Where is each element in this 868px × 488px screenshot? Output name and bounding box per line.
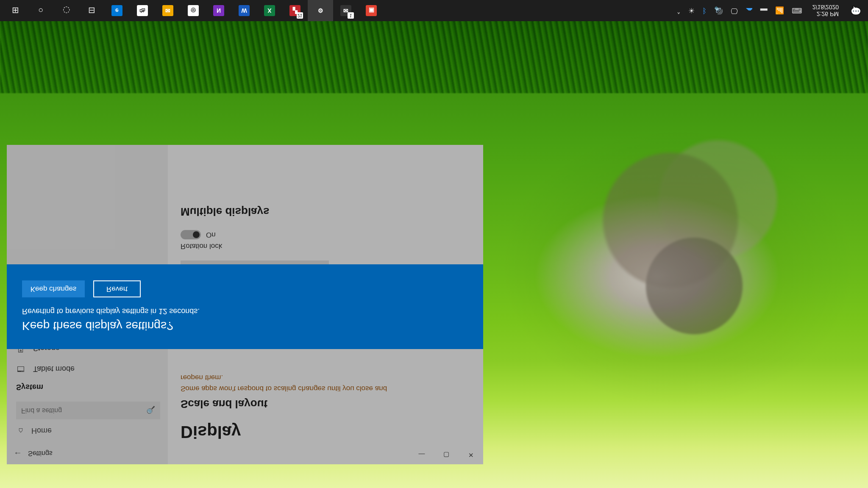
search-icon: 🔍 <box>146 405 155 414</box>
keep-changes-button[interactable]: Keep changes <box>22 281 85 298</box>
keep-settings-dialog: Keep these display settings? Reverting t… <box>7 264 483 349</box>
taskbar-app-mail[interactable]: ✉ <box>155 0 181 21</box>
desktop: ← Settings ⌂ Home 🔍 System 🗔 Tablet mode… <box>0 0 868 488</box>
settings-window: ← Settings ⌂ Home 🔍 System 🗔 Tablet mode… <box>7 145 483 464</box>
clock-date: 2/18/2020 <box>812 4 839 11</box>
dialog-message: Reverting to previous display settings i… <box>22 307 468 316</box>
cortana-button[interactable]: ◌ <box>53 0 79 21</box>
sidebar-heading-system: System <box>7 379 168 396</box>
back-button[interactable]: ← <box>14 449 22 458</box>
window-close[interactable]: ✕ <box>459 446 483 464</box>
tray-wifi-icon[interactable]: 📶 <box>775 6 784 15</box>
tray-weather-icon[interactable]: ☀ <box>688 6 695 15</box>
start-button[interactable]: ⊞ <box>3 0 28 21</box>
pdf-badge: 21 <box>297 12 303 19</box>
tray-chevron-icon[interactable]: ˄ <box>677 6 681 15</box>
home-icon: ⌂ <box>16 426 25 435</box>
taskbar-app-excel[interactable]: X <box>257 0 282 21</box>
rotation-lock-label: Rotation lock <box>181 242 458 250</box>
tray-bluetooth-icon[interactable]: ᛒ <box>702 6 707 15</box>
search-input[interactable] <box>16 402 160 419</box>
page-title: Display <box>181 422 458 441</box>
wallpaper-cat <box>564 115 801 378</box>
rotation-lock-state: On <box>206 230 216 239</box>
taskbar-clock[interactable]: 2:26 PM 2/18/2020 <box>812 4 839 17</box>
taskbar-app-onenote[interactable]: N <box>206 0 231 21</box>
taskbar: ⊞ ○ ◌ ⊟ e 🛍 ✉ ◎ N W X ▞ 21 ⚙ ✉ 1 <box>0 0 868 21</box>
search-button[interactable]: ○ <box>28 0 53 21</box>
window-maximize[interactable]: ▢ <box>434 446 459 464</box>
rotation-lock-toggle[interactable] <box>181 230 201 239</box>
window-minimize[interactable]: — <box>409 446 434 464</box>
home-label: Home <box>31 426 52 435</box>
revert-button[interactable]: Revert <box>93 281 141 298</box>
scaling-warning: Some apps won't respond to scaling chang… <box>181 372 409 394</box>
taskbar-app-mail2[interactable]: ✉ 1 <box>333 0 359 21</box>
sidebar-home[interactable]: ⌂ Home <box>7 421 168 440</box>
action-center-icon[interactable]: 💬 <box>851 6 861 16</box>
section-scale-layout: Scale and layout <box>181 397 458 410</box>
window-title: Settings <box>28 450 53 458</box>
sidebar-item-label: Tablet mode <box>33 364 75 373</box>
taskbar-app-word[interactable]: W <box>231 0 257 21</box>
taskbar-app-edge[interactable]: e <box>104 0 130 21</box>
tray-keyboard-icon[interactable]: ⌨ <box>792 6 802 15</box>
clock-time: 2:26 PM <box>812 11 839 17</box>
taskbar-app-chrome[interactable]: ◎ <box>181 0 206 21</box>
task-view-button[interactable]: ⊟ <box>79 0 104 21</box>
tablet-icon: 🗔 <box>16 364 25 373</box>
dialog-title: Keep these display settings? <box>22 319 468 333</box>
taskbar-app-todoist[interactable]: ▣ <box>359 0 384 21</box>
sidebar-item-tablet-mode[interactable]: 🗔 Tablet mode <box>7 358 168 379</box>
tray-volume-icon[interactable]: 🔊 <box>714 6 723 15</box>
taskbar-app-settings[interactable]: ⚙ <box>308 0 333 21</box>
mail-badge: 1 <box>348 12 354 19</box>
taskbar-app-pdf[interactable]: ▞ 21 <box>282 0 308 21</box>
tray-onedrive-icon[interactable]: ☁ <box>746 6 753 15</box>
section-multiple-displays: Multiple displays <box>181 205 458 218</box>
tray-cast-icon[interactable]: 🖵 <box>731 6 738 15</box>
taskbar-app-store[interactable]: 🛍 <box>130 0 155 21</box>
tray-battery-icon[interactable]: ▬ <box>760 6 768 15</box>
